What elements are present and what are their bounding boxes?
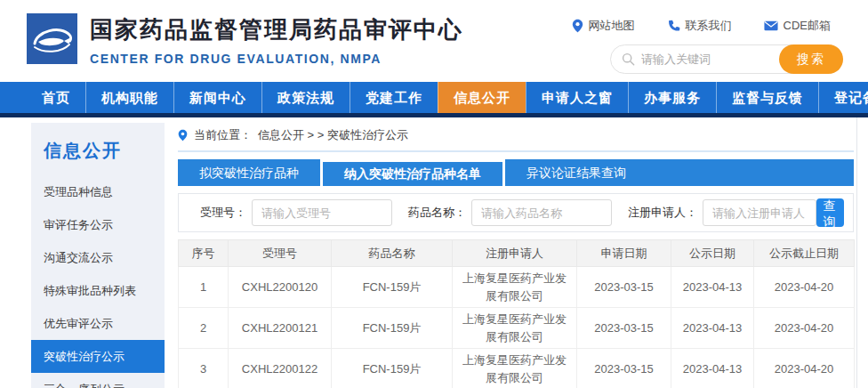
nav-item[interactable]: 党建工作 [350, 82, 438, 113]
table-header-row: 序号受理号药品名称注册申请人申请日期公示日期公示截止日期 [179, 240, 855, 267]
filter-bar: 受理号： 药品名称： 注册申请人： 查询 [178, 193, 854, 232]
table-cell: 2023-03-15 [577, 349, 671, 388]
filter-acceptance-no-group: 受理号： [200, 199, 392, 226]
table-cell: FCN-159片 [332, 267, 453, 308]
table-cell: 2023-03-15 [577, 308, 671, 349]
applicant-input[interactable] [703, 199, 816, 226]
tab[interactable]: 纳入突破性治疗品种名单 [320, 159, 505, 186]
header-quick-links: 网站地图 联系我们 CDE邮箱 [572, 18, 831, 34]
table-column-header: 注册申请人 [453, 240, 577, 267]
nav-item[interactable]: 监督与反馈 [716, 82, 818, 113]
filter-applicant-group: 注册申请人： [628, 199, 816, 226]
table-cell: 3 [179, 349, 229, 388]
cde-mail-link-label: CDE邮箱 [784, 18, 831, 34]
table-column-header: 受理号 [229, 240, 332, 267]
table-cell: 上海复星医药产业发展有限公司 [453, 349, 577, 388]
content-panel: 当前位置：信息公开 > > 突破性治疗公示 拟突破性治疗品种纳入突破性治疗品种名… [178, 125, 854, 388]
nav-item[interactable]: 办事服务 [628, 82, 716, 113]
location-pin-icon [572, 19, 583, 33]
nav-item[interactable]: 新闻中心 [173, 82, 261, 113]
site-title-english: CENTER FOR DRUG EVALUATION, NMPA [90, 52, 463, 66]
sidebar-title: 信息公开 [31, 123, 165, 163]
table-cell: 2023-04-13 [671, 267, 754, 308]
cde-website-page: 国家药品监督管理局药品审评中心 CENTER FOR DRUG EVALUATI… [0, 0, 868, 388]
table-cell: 2023-03-15 [577, 267, 671, 308]
breadcrumb-label: 当前位置： [194, 127, 252, 143]
acceptance-no-input[interactable] [252, 199, 392, 226]
tab[interactable]: 异议论证结果查询 [505, 159, 647, 186]
content-right-edge [856, 117, 857, 388]
sidebar: 信息公开 受理品种信息审评任务公示沟通交流公示特殊审批品种列表优先审评公示突破性… [31, 123, 165, 388]
table-column-header: 公示日期 [671, 240, 754, 267]
nav-item[interactable]: 机构职能 [85, 82, 173, 113]
table-cell: 2023-04-20 [754, 267, 855, 308]
nav-item[interactable]: 首页 [27, 82, 85, 113]
table-cell: 上海复星医药产业发展有限公司 [453, 308, 577, 349]
phone-icon [667, 20, 680, 33]
table-cell: 2 [179, 308, 229, 349]
contact-us-link[interactable]: 联系我们 [667, 18, 732, 34]
table-cell: FCN-159片 [332, 349, 453, 388]
table-cell: 1 [179, 267, 229, 308]
sidebar-item[interactable]: 审评任务公示 [31, 208, 165, 241]
table-cell: CXHL2200121 [229, 308, 332, 349]
table-row: 3CXHL2200122FCN-159片上海复星医药产业发展有限公司2023-0… [179, 349, 855, 388]
tab[interactable]: 拟突破性治疗品种 [178, 159, 320, 186]
sidebar-item[interactable]: 特殊审批品种列表 [31, 274, 165, 307]
cde-mail-link[interactable]: CDE邮箱 [764, 18, 831, 34]
nav-item[interactable]: 申请人之窗 [526, 82, 628, 113]
site-search-box: 搜索 [610, 44, 843, 74]
sitemap-link[interactable]: 网站地图 [572, 18, 635, 34]
table-row: 2CXHL2200121FCN-159片上海复星医药产业发展有限公司2023-0… [179, 308, 855, 349]
search-icon [622, 53, 635, 66]
search-button[interactable]: 搜索 [779, 44, 843, 74]
drug-name-label: 药品名称： [408, 205, 466, 221]
table-cell: CXHL2200122 [229, 349, 332, 388]
nav-item[interactable]: 信息公开 [438, 82, 526, 113]
contact-us-link-label: 联系我们 [686, 18, 732, 34]
applicant-label: 注册申请人： [628, 205, 697, 221]
nav-item[interactable]: 登记备案平台 [818, 82, 868, 113]
table-column-header: 申请日期 [577, 240, 671, 267]
site-title-chinese: 国家药品监督管理局药品审评中心 [90, 14, 463, 45]
results-table: 序号受理号药品名称注册申请人申请日期公示日期公示截止日期 1CXHL220012… [178, 239, 855, 388]
table-cell: CXHL2200120 [229, 267, 332, 308]
nav-item[interactable]: 政策法规 [261, 82, 350, 113]
table-cell: 2023-04-20 [754, 349, 855, 388]
main-area: 信息公开 受理品种信息审评任务公示沟通交流公示特殊审批品种列表优先审评公示突破性… [0, 117, 868, 388]
sidebar-item[interactable]: 优先审评公示 [31, 307, 165, 340]
main-nav: 首页机构职能新闻中心政策法规党建工作信息公开申请人之窗办事服务监督与反馈登记备案… [0, 82, 868, 113]
table-column-header: 公示截止日期 [754, 240, 855, 267]
sidebar-list: 受理品种信息审评任务公示沟通交流公示特殊审批品种列表优先审评公示突破性治疗公示三… [31, 175, 165, 388]
breadcrumb: 当前位置：信息公开 > > 突破性治疗公示 [178, 125, 854, 146]
table-cell: 2023-04-20 [754, 308, 855, 349]
breadcrumb-trail: 信息公开 > > 突破性治疗公示 [258, 127, 408, 143]
drug-name-input[interactable] [471, 199, 612, 226]
acceptance-no-label: 受理号： [200, 205, 246, 221]
envelope-icon [764, 20, 778, 31]
breadcrumb-pin-icon [178, 129, 188, 141]
table-cell: 上海复星医药产业发展有限公司 [453, 267, 577, 308]
breadcrumb-divider [178, 150, 854, 152]
table-body: 1CXHL2200120FCN-159片上海复星医药产业发展有限公司2023-0… [179, 267, 855, 388]
sidebar-item[interactable]: 受理品种信息 [31, 175, 165, 208]
sitemap-link-label: 网站地图 [589, 18, 635, 34]
filter-drug-name-group: 药品名称： [408, 199, 612, 226]
tab-bar: 拟突破性治疗品种纳入突破性治疗品种名单异议论证结果查询 [178, 159, 854, 186]
cde-logo [27, 13, 77, 64]
sidebar-item[interactable]: 沟通交流公示 [31, 241, 165, 274]
table-row: 1CXHL2200120FCN-159片上海复星医药产业发展有限公司2023-0… [179, 267, 855, 308]
query-button[interactable]: 查询 [816, 198, 844, 227]
table-cell: 2023-04-13 [671, 308, 754, 349]
site-header: 国家药品监督管理局药品审评中心 CENTER FOR DRUG EVALUATI… [0, 0, 868, 82]
sidebar-item[interactable]: 突破性治疗公示 [31, 340, 165, 373]
table-column-header: 序号 [179, 240, 229, 267]
table-column-header: 药品名称 [332, 240, 453, 267]
site-title-block: 国家药品监督管理局药品审评中心 CENTER FOR DRUG EVALUATI… [90, 14, 463, 66]
table-cell: 2023-04-13 [671, 349, 754, 388]
table-cell: FCN-159片 [332, 308, 453, 349]
sidebar-item[interactable]: 三合一序列公示 [31, 373, 165, 388]
cde-logo-icon [27, 13, 77, 64]
